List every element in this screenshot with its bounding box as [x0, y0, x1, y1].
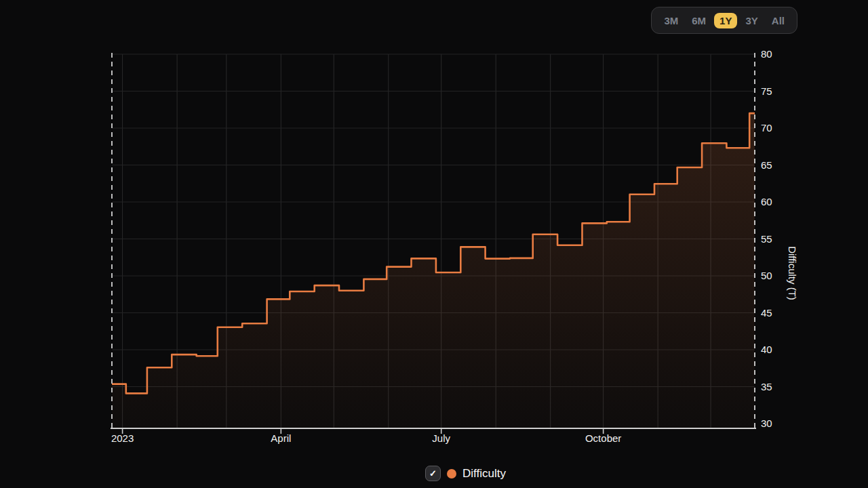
y-axis-label: 30: [761, 418, 772, 429]
checkmark-icon: ✓: [429, 469, 437, 478]
x-axis-label: April: [271, 432, 291, 444]
y-axis-label: 65: [761, 159, 772, 171]
y-axis-label: 40: [761, 344, 772, 355]
legend-checkbox[interactable]: ✓: [425, 466, 441, 481]
y-axis-label: 80: [761, 48, 772, 60]
difficulty-step-chart: 2023AprilJulyOctober30354045505560657075…: [0, 0, 868, 488]
chart-legend: ✓ Difficulty: [425, 466, 506, 481]
y-axis-title: Difficulty (T): [787, 246, 798, 300]
y-axis-label: 60: [761, 196, 772, 207]
y-axis-label: 50: [761, 270, 772, 281]
x-axis-label: July: [432, 432, 450, 444]
y-axis-label: 55: [761, 233, 772, 245]
y-axis-label: 70: [761, 122, 772, 134]
x-axis-label: 2023: [111, 432, 134, 444]
legend-series-label[interactable]: Difficulty: [462, 467, 506, 481]
series-color-dot-icon: [447, 469, 456, 479]
y-axis-label: 45: [761, 307, 772, 319]
x-axis-label: October: [585, 432, 621, 444]
y-axis-label: 75: [761, 85, 772, 97]
y-axis-label: 35: [761, 381, 772, 392]
difficulty-area-fill: [112, 113, 755, 428]
